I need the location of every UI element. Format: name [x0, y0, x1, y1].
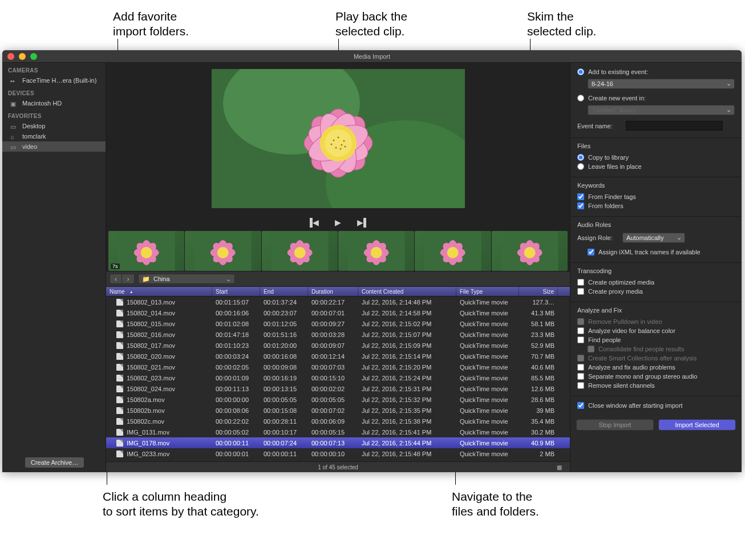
column-size[interactable]: Size	[519, 287, 558, 296]
media-import-window: Media Import CAMERAS▪▪FaceTime H…era (Bu…	[2, 50, 742, 472]
drive-icon: ▣	[10, 100, 18, 107]
cell: QuickTime movie	[456, 418, 519, 425]
leave-in-place-label: Leave files in place	[588, 163, 642, 170]
table-row[interactable]: 150802_016.mov00:01:47:1800:01:51:1600:0…	[106, 329, 570, 340]
cell: 150802a.mov	[106, 396, 212, 403]
copy-to-library-radio[interactable]	[577, 154, 584, 161]
nav-forward-button[interactable]: ›	[122, 274, 135, 284]
svg-point-56	[524, 247, 535, 258]
column-name[interactable]: Name	[106, 287, 212, 296]
table-row[interactable]: IMG_0178.mov00:00:00:1100:00:07:2400:00:…	[106, 437, 570, 448]
prev-frame-icon[interactable]: ▐◀	[307, 218, 319, 227]
cell: Jul 22, 2016, 2:14:58 PM	[358, 310, 456, 316]
separate-mono-label: Separate mono and group stereo audio	[588, 373, 697, 380]
next-frame-icon[interactable]: ▶▌	[357, 218, 369, 227]
table-row[interactable]: 150802_017.mov00:01:10:2300:01:20:0000:0…	[106, 340, 570, 351]
column-file-type[interactable]: File Type	[456, 287, 519, 296]
filmstrip-frame[interactable]	[492, 231, 568, 271]
callout-sort: Click a column heading to sort items by …	[103, 489, 259, 520]
svg-point-44	[371, 247, 382, 258]
assign-role-select[interactable]: Automatically	[622, 233, 685, 243]
filmstrip-frame[interactable]	[415, 231, 491, 271]
existing-event-select[interactable]: 8-24-16	[588, 79, 735, 89]
table-row[interactable]: 150802a.mov00:00:00:0000:00:05:0500:00:0…	[106, 394, 570, 405]
table-row[interactable]: 150802_024.mov00:00:11:1300:00:13:1500:0…	[106, 383, 570, 394]
sidebar-item[interactable]: ▭Desktop	[2, 121, 106, 131]
svg-point-50	[447, 247, 459, 258]
assign-ixml-checkbox[interactable]	[588, 249, 594, 255]
cell: 00:00:11:13	[212, 385, 260, 392]
cell: Jul 22, 2016, 2:15:44 PM	[358, 440, 456, 447]
column-duration[interactable]: Duration	[308, 287, 358, 296]
import-options-panel: Add to existing event: 8-24-16 Create ne…	[570, 63, 742, 472]
cell: 30.2 MB	[519, 429, 558, 436]
table-row[interactable]: 150802_014.mov00:00:16:0600:00:23:0700:0…	[106, 307, 570, 318]
create-archive-button[interactable]: Create Archive…	[25, 457, 84, 468]
close-window-checkbox[interactable]	[577, 402, 584, 409]
table-row[interactable]: 150802_021.mov00:00:02:0500:00:09:0800:0…	[106, 362, 570, 372]
event-name-input[interactable]	[626, 121, 723, 131]
table-row[interactable]: 150802b.mov00:00:08:0600:00:15:0800:00:0…	[106, 405, 570, 416]
close-icon[interactable]	[7, 53, 14, 60]
cell: 41.3 MB	[519, 310, 558, 316]
table-row[interactable]: 150802_015.mov00:01:02:0800:01:12:0500:0…	[106, 318, 570, 329]
sidebar-item[interactable]: ▪▪FaceTime H…era (Built-in)	[2, 75, 106, 86]
preview-viewer[interactable]	[106, 63, 570, 214]
zoom-icon[interactable]	[30, 53, 37, 60]
sidebar-item[interactable]: ▣Macintosh HD	[2, 98, 106, 108]
table-row[interactable]: 150802_013.mov00:01:15:0700:01:37:2400:0…	[106, 297, 570, 307]
table-row[interactable]: IMG_0233.mov00:00:00:0100:00:00:1100:00:…	[106, 448, 570, 459]
center-panel: ▐◀ ▶ ▶▌ 7s ‹ › 📁 China Name Start	[106, 63, 570, 472]
fix-audio-checkbox[interactable]	[577, 364, 584, 371]
cell: 00:00:05:15	[308, 429, 358, 436]
cell: QuickTime movie	[456, 353, 519, 360]
find-people-checkbox[interactable]	[577, 336, 584, 343]
table-row[interactable]: 150802c.mov00:00:22:0200:00:28:1100:00:0…	[106, 416, 570, 427]
separate-mono-checkbox[interactable]	[577, 373, 584, 380]
column-content-created[interactable]: Content Created	[358, 287, 456, 296]
cell: 00:00:10:17	[260, 429, 308, 436]
sidebar-item[interactable]: ⌂tomclark	[2, 131, 106, 141]
column-end[interactable]: End	[260, 287, 308, 296]
remove-pulldown-checkbox	[577, 318, 584, 325]
view-mode-icon[interactable]: ▦	[554, 463, 564, 471]
filmstrip[interactable]: 7s	[106, 231, 570, 271]
import-selected-button[interactable]: Import Selected	[658, 419, 736, 431]
cell: Jul 22, 2016, 2:15:24 PM	[358, 375, 456, 382]
from-folders-checkbox[interactable]	[577, 202, 584, 209]
cell: 39 MB	[519, 407, 558, 414]
svg-point-19	[339, 148, 341, 149]
filmstrip-frame[interactable]: 7s	[108, 231, 184, 271]
cell: 00:00:00:11	[212, 440, 260, 447]
callout-navigate: Navigate to the files and folders.	[452, 489, 539, 520]
sidebar-item[interactable]: ▭video	[2, 141, 106, 152]
titlebar[interactable]: Media Import	[2, 50, 742, 63]
cell: QuickTime movie	[456, 407, 519, 414]
proxy-media-checkbox[interactable]	[577, 288, 584, 295]
table-row[interactable]: 150802_023.mov00:00:01:0900:00:16:1900:0…	[106, 372, 570, 383]
movie-file-icon	[116, 299, 123, 306]
filmstrip-frame[interactable]	[262, 231, 338, 271]
filmstrip-frame[interactable]	[185, 231, 261, 271]
table-row[interactable]: 150802_020.mov00:00:03:2400:00:16:0800:0…	[106, 351, 570, 362]
path-navbar: ‹ › 📁 China	[106, 271, 570, 287]
from-finder-checkbox[interactable]	[577, 193, 584, 200]
cell: QuickTime movie	[456, 429, 519, 436]
clip-duration-badge: 7s	[111, 263, 120, 269]
movie-file-icon	[116, 331, 123, 338]
create-new-radio[interactable]	[577, 95, 584, 102]
callout-skim: Skim the selected clip.	[527, 9, 596, 39]
minimize-icon[interactable]	[19, 53, 26, 60]
nav-back-button[interactable]: ‹	[110, 274, 122, 284]
leave-in-place-radio[interactable]	[577, 163, 584, 170]
optimized-media-checkbox[interactable]	[577, 279, 584, 286]
balance-color-checkbox[interactable]	[577, 327, 584, 334]
filmstrip-frame[interactable]	[338, 231, 414, 271]
remove-silent-checkbox[interactable]	[577, 382, 584, 389]
column-start[interactable]: Start	[212, 287, 260, 296]
cell: 00:00:03:24	[212, 353, 260, 360]
add-existing-radio[interactable]	[577, 68, 584, 75]
table-row[interactable]: IMG_0131.mov00:00:05:0200:00:10:1700:00:…	[106, 427, 570, 437]
folder-path-select[interactable]: 📁 China	[138, 274, 235, 284]
play-icon[interactable]: ▶	[335, 218, 341, 227]
